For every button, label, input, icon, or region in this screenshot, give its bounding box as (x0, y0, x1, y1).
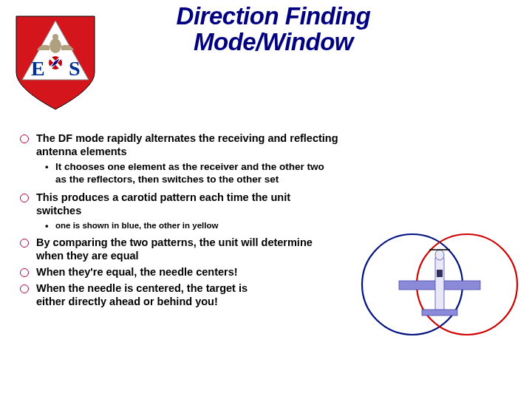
aircraft-icon (399, 250, 480, 316)
emergency-services-badge: E S (15, 15, 96, 111)
antenna-pattern-diagram (355, 207, 525, 362)
bullet-2-sub-1: one is shown in blue, the other in yello… (18, 220, 373, 231)
bullet-3: By comparing the two patterns, the unit … (18, 236, 314, 262)
svg-point-7 (435, 250, 444, 260)
bullet-1: The DF mode rapidly alternates the recei… (18, 132, 373, 158)
bullet-2: This produces a carotid pattern each tim… (18, 191, 336, 217)
slide-title: Direction Finding Mode/Window (137, 4, 410, 55)
svg-point-1 (52, 34, 58, 40)
bullet-4: When they're equal, the needle centers! (18, 265, 314, 279)
slide-body: The DF mode rapidly alternates the recei… (18, 132, 373, 311)
svg-rect-8 (422, 310, 457, 316)
bullet-5: When the needle is centered, the target … (18, 282, 255, 308)
badge-letter-left: E (31, 57, 45, 80)
svg-point-0 (50, 38, 61, 53)
svg-rect-9 (437, 270, 443, 277)
bullet-1-sub-1: It chooses one element as the receiver a… (18, 161, 336, 186)
badge-letter-right: S (69, 57, 81, 80)
svg-rect-6 (435, 255, 444, 314)
